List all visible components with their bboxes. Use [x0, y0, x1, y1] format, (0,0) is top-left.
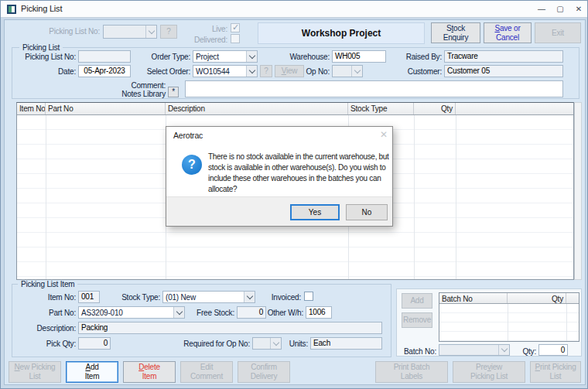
picking-list-no-combobox[interactable]	[103, 25, 157, 39]
column-header-part-no[interactable]: Part No	[46, 103, 166, 114]
dialog-message: There is no stock available in the curre…	[208, 152, 389, 195]
picking-list-no-header-label: Picking List No:	[24, 27, 100, 36]
picking-list-no-label: Picking List No:	[16, 53, 76, 61]
item-no-field[interactable]: 001	[78, 291, 100, 303]
delivered-checkbox[interactable]	[231, 34, 240, 43]
raised-by-label: Raised By:	[388, 53, 442, 61]
title-bar: Picking List — ▢ ✕	[1, 1, 587, 18]
units-label: Units:	[273, 340, 308, 348]
print-picking-list-button[interactable]: Print Picking List	[530, 361, 581, 383]
column-header-stock-type[interactable]: Stock Type	[348, 103, 414, 114]
warehouse-label: Warehouse:	[275, 53, 330, 61]
customer-field[interactable]: Customer 05	[444, 65, 563, 77]
column-header-qty[interactable]: Qty	[414, 103, 456, 114]
date-label: Date:	[37, 67, 76, 76]
part-no-select[interactable]: AS3209-010	[78, 306, 185, 319]
batch-no-label: Batch No:	[398, 347, 436, 356]
maximize-button[interactable]: ▢	[553, 3, 567, 15]
select-order-label: Select Order:	[125, 67, 190, 76]
date-field[interactable]: 05-Apr-2023	[78, 65, 131, 77]
batch-column-header-batch-no[interactable]: Batch No	[439, 293, 508, 303]
customer-label: Customer:	[388, 67, 442, 76]
dialog-title: Aerotrac	[173, 131, 203, 140]
add-item-button[interactable]: Add Item	[66, 361, 118, 383]
window-title: Picking List	[21, 4, 62, 13]
pick-qty-label: Pick Qty:	[33, 340, 76, 348]
stock-type-select[interactable]: (01) New	[162, 291, 255, 303]
live-checkbox[interactable]	[231, 23, 240, 32]
grid-vertical-scrollbar[interactable]	[574, 102, 582, 280]
batch-qty-label: Qty:	[513, 347, 536, 356]
units-field[interactable]: Each	[310, 337, 382, 350]
no-button[interactable]: No	[346, 204, 388, 220]
part-no-label: Part No:	[33, 309, 76, 317]
items-grid-header: Item No Part No Description Stock Type Q…	[17, 103, 573, 115]
free-stock-label: Free Stock:	[184, 309, 234, 317]
picking-list-item-group-label: Picking List Item	[18, 280, 77, 288]
stock-enquiry-button[interactable]: Stock Enquiry	[431, 22, 480, 43]
picking-list-window: Picking List — ▢ ✕ Picking List No: ? Li…	[0, 0, 588, 389]
project-title: Workshop Project	[302, 28, 381, 39]
other-wh-label: Other W/h:	[253, 309, 303, 317]
dialog-close-icon[interactable]: ✕	[380, 129, 388, 140]
chevron-down-icon	[351, 66, 362, 77]
batch-no-select[interactable]	[439, 344, 510, 356]
delivered-label: Delivered:	[181, 36, 227, 44]
new-picking-list-button[interactable]: New Picking List	[9, 361, 61, 383]
save-or-cancel-button[interactable]: Save or Cancel	[484, 22, 532, 43]
chevron-down-icon	[173, 307, 184, 318]
app-icon	[7, 5, 16, 14]
minimize-button[interactable]: —	[535, 3, 549, 15]
remove-batch-button[interactable]: Remove	[402, 312, 432, 328]
batch-qty-field[interactable]: 0	[538, 344, 568, 356]
help-button[interactable]: ?	[160, 25, 177, 39]
column-header-filler	[456, 103, 573, 114]
pick-qty-field[interactable]: 0	[78, 337, 111, 350]
batch-column-header-filler	[566, 293, 579, 303]
other-wh-field[interactable]: 1006	[306, 306, 332, 319]
invoiced-checkbox[interactable]	[304, 292, 313, 301]
edit-comment-button[interactable]: Edit Comment	[180, 361, 233, 383]
chevron-down-icon	[145, 26, 156, 38]
order-type-select[interactable]: Project	[193, 50, 258, 63]
confirm-delivery-button[interactable]: Confirm Delivery	[238, 361, 290, 383]
comment-label: Comment:	[111, 81, 166, 90]
add-batch-button[interactable]: Add	[402, 293, 432, 309]
notes-library-label: Notes Library	[104, 90, 166, 98]
print-batch-labels-button[interactable]: Print Batch Labels	[375, 361, 448, 383]
required-op-label: Required for Op No:	[165, 340, 250, 348]
op-no-label: Op No:	[291, 67, 330, 76]
comment-input[interactable]	[185, 80, 563, 97]
exit-button[interactable]: Exit	[535, 22, 581, 43]
batch-grid: Batch No Qty	[439, 292, 579, 342]
delete-item-button[interactable]: Delete Item	[123, 361, 176, 383]
chevron-down-icon	[246, 51, 257, 62]
aerotrac-message-dialog: Aerotrac ✕ ? There is no stock available…	[166, 126, 393, 227]
chevron-down-icon	[498, 345, 509, 355]
op-no-select[interactable]	[332, 65, 363, 77]
batch-column-header-qty[interactable]: Qty	[508, 293, 566, 303]
yes-button[interactable]: Yes	[290, 204, 340, 220]
order-type-label: Order Type:	[128, 53, 190, 61]
warehouse-field[interactable]: WH005	[332, 50, 386, 63]
order-help-button[interactable]: ?	[260, 65, 272, 77]
project-title-panel: Workshop Project	[258, 22, 425, 44]
preview-picking-list-button[interactable]: Preview Picking List	[453, 361, 525, 383]
column-header-description[interactable]: Description	[166, 103, 348, 114]
dialog-footer: Yes No	[166, 196, 392, 226]
close-button[interactable]: ✕	[572, 3, 586, 15]
item-no-label: Item No:	[33, 293, 76, 302]
chevron-down-icon	[244, 292, 255, 302]
stock-type-label: Stock Type:	[106, 293, 160, 302]
live-label: Live:	[189, 25, 227, 33]
select-order-select[interactable]: WO10544	[193, 65, 258, 77]
description-field[interactable]: Packing	[78, 322, 382, 334]
picking-list-group-label: Picking List	[19, 43, 63, 52]
notes-library-button[interactable]: *	[168, 87, 179, 97]
batch-grid-body	[439, 304, 579, 341]
invoiced-label: Invoiced:	[255, 293, 301, 302]
raised-by-field[interactable]: Tracware	[444, 50, 563, 63]
chevron-down-icon	[246, 66, 257, 77]
column-header-item-no[interactable]: Item No	[17, 103, 46, 114]
picking-list-no-field[interactable]	[78, 50, 131, 63]
